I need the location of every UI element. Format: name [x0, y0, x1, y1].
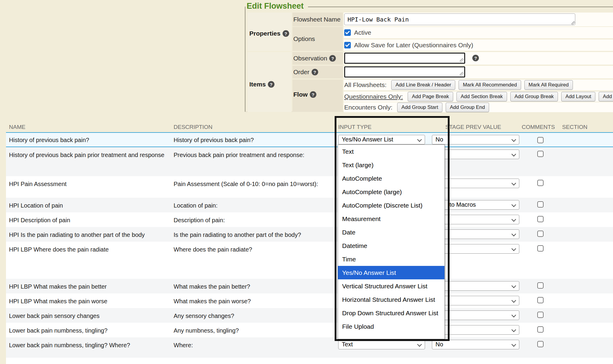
table-body: History of previous back pain?History of… [6, 132, 613, 364]
stage-prev-value-select[interactable] [432, 296, 519, 305]
comments-checkbox[interactable] [537, 282, 544, 289]
input-type-select[interactable]: Text [338, 340, 425, 349]
dropdown-option[interactable]: File Upload [338, 320, 444, 333]
stage-prev-value-select[interactable] [432, 179, 519, 188]
comments-checkbox[interactable] [537, 231, 544, 237]
dropdown-option[interactable]: Time [338, 252, 444, 266]
flow-action-button[interactable]: Add Group Start [397, 103, 442, 112]
flowsheet-name-input[interactable]: HPI-Low Back Pain [344, 13, 575, 25]
comments-checkbox[interactable] [537, 216, 544, 222]
observation-input[interactable] [344, 53, 465, 64]
comments-checkbox[interactable] [537, 180, 544, 186]
table-row[interactable]: HPI Pain AssessmentPain Assessment (Scal… [6, 176, 613, 198]
table-row[interactable]: Lower back pain sensory changesAny senso… [6, 308, 613, 323]
allow-save-checkbox[interactable] [344, 42, 351, 48]
comments-checkbox[interactable] [537, 297, 544, 303]
help-icon[interactable]: ? [310, 91, 316, 98]
table-row[interactable]: HPI LBP Where does the pain radiateWhere… [6, 242, 613, 279]
flow-action-button[interactable]: Add Layout [561, 92, 595, 101]
all-flowsheets-actions-row: All Flowsheets:Add Line Break / HeaderMa… [344, 80, 613, 90]
row-description: Pain Assessment (Scale of 0-10: 0=no pai… [174, 180, 320, 188]
flow-action-button[interactable]: Add Scriptlet [599, 92, 613, 101]
comments-checkbox[interactable] [537, 326, 544, 333]
edit-flowsheet-fieldset: Edit Flowsheet Properties ? Items ? Flow… [245, 7, 613, 112]
stage-prev-value-select-value: No [436, 136, 443, 143]
column-header-description: DESCRIPTION [174, 123, 213, 132]
stage-prev-value-select[interactable] [432, 150, 519, 159]
comments-checkbox[interactable] [537, 151, 544, 157]
active-checkbox[interactable] [344, 29, 351, 36]
input-type-select-value: Yes/No Answer List [342, 136, 393, 143]
help-icon[interactable]: ? [268, 81, 274, 88]
table-row[interactable]: HPI LBP What makes the pain worseWhat ma… [6, 293, 613, 308]
help-icon[interactable]: ? [472, 55, 479, 61]
row-name: HPI Is the pain radiating to another par… [9, 231, 168, 239]
stage-prev-value-select[interactable] [432, 310, 519, 320]
resize-grip-icon[interactable] [460, 58, 464, 62]
properties-section-cell: Properties ? [248, 13, 292, 51]
row-description: History of previous back pain? [174, 136, 320, 144]
resize-grip-icon[interactable] [571, 21, 575, 25]
flow-action-button[interactable]: Add Group Break [510, 92, 558, 101]
table-row[interactable]: History of previous back pain prior trea… [6, 147, 613, 176]
order-label-cell: Order ? [292, 66, 343, 78]
table-row[interactable]: HPI Location of painLocation of pain:to … [6, 198, 613, 212]
flow-action-button[interactable]: Add Page Break [408, 92, 453, 101]
help-icon[interactable]: ? [312, 69, 318, 75]
dropdown-option[interactable]: Date [338, 226, 444, 239]
dropdown-option[interactable]: AutoComplete [338, 172, 444, 185]
table-row[interactable]: Lower back pain numbness, tingling? Wher… [6, 337, 613, 358]
stage-prev-value-select[interactable]: No [432, 135, 519, 144]
flow-action-button[interactable]: Add Group End [446, 103, 489, 112]
table-row[interactable]: HPI Description of painDescription of pa… [6, 212, 613, 227]
chevron-down-icon [512, 313, 516, 318]
dropdown-option[interactable]: Datetime [338, 239, 444, 252]
comments-checkbox[interactable] [537, 312, 544, 318]
help-icon[interactable]: ? [283, 30, 289, 37]
table-row[interactable]: History of previous back pain?History of… [6, 132, 613, 147]
order-input[interactable] [344, 66, 465, 77]
flow-group-label: Encounters Only: [344, 104, 392, 111]
stage-prev-value-select[interactable] [432, 215, 519, 224]
comments-checkbox[interactable] [537, 341, 544, 347]
dropdown-option[interactable]: Horizontal Structured Answer List [338, 293, 444, 306]
allow-save-option-row: Allow Save for Later (Questionnaires Onl… [344, 39, 613, 51]
table-row[interactable]: HPI LBP What makes the pain betterWhat m… [6, 279, 613, 293]
stage-prev-value-select[interactable] [432, 325, 519, 335]
items-label: Items [249, 81, 266, 88]
row-name: HPI Description of pain [9, 216, 168, 224]
flow-action-button[interactable]: Mark All Recommended [459, 80, 521, 90]
dropdown-option[interactable]: AutoComplete (Discrete List) [338, 199, 444, 212]
column-header-section: SECTION [562, 123, 587, 132]
row-description: Any numbness, tingling? [174, 327, 320, 335]
chevron-down-icon [512, 137, 516, 142]
stage-prev-value-select[interactable] [432, 244, 519, 254]
flow-action-button[interactable]: Add Section Break [456, 92, 507, 101]
comments-checkbox[interactable] [537, 245, 544, 252]
stage-prev-value-select[interactable]: to Macros [432, 200, 519, 210]
chevron-down-icon [512, 298, 516, 303]
stage-prev-value-select[interactable]: No [432, 340, 519, 349]
comments-checkbox[interactable] [537, 201, 544, 208]
stage-prev-value-select[interactable] [432, 281, 519, 291]
table-row[interactable]: HPI Is the pain radiating to another par… [6, 227, 613, 242]
flow-action-button[interactable]: Add Line Break / Header [391, 80, 455, 90]
dropdown-option[interactable]: Measurement [338, 212, 444, 226]
active-option-row: Active [344, 27, 613, 38]
flow-label: Flow [293, 91, 308, 98]
dropdown-option[interactable]: Vertical Structured Answer List [338, 279, 444, 293]
dropdown-option[interactable]: Yes/No Answer List [338, 266, 444, 279]
help-icon[interactable]: ? [329, 55, 336, 62]
flow-action-button[interactable]: Mark All Required [524, 80, 573, 90]
dropdown-option[interactable]: AutoComplete (large) [338, 185, 444, 199]
table-row[interactable]: Lower back pain numbness, tingling?Any n… [6, 323, 613, 337]
stage-prev-value-select[interactable] [432, 229, 519, 239]
dropdown-option[interactable]: Drop Down Structured Answer List [338, 306, 444, 320]
flowsheet-name-row: HPI-Low Back Pain [344, 13, 613, 26]
input-type-select[interactable]: Yes/No Answer List [338, 135, 425, 144]
row-name: HPI LBP What makes the pain better [9, 283, 168, 291]
dropdown-option[interactable]: Text [338, 145, 444, 158]
comments-checkbox[interactable] [537, 137, 544, 143]
dropdown-option[interactable]: Text (large) [338, 158, 444, 172]
resize-grip-icon[interactable] [460, 72, 464, 76]
